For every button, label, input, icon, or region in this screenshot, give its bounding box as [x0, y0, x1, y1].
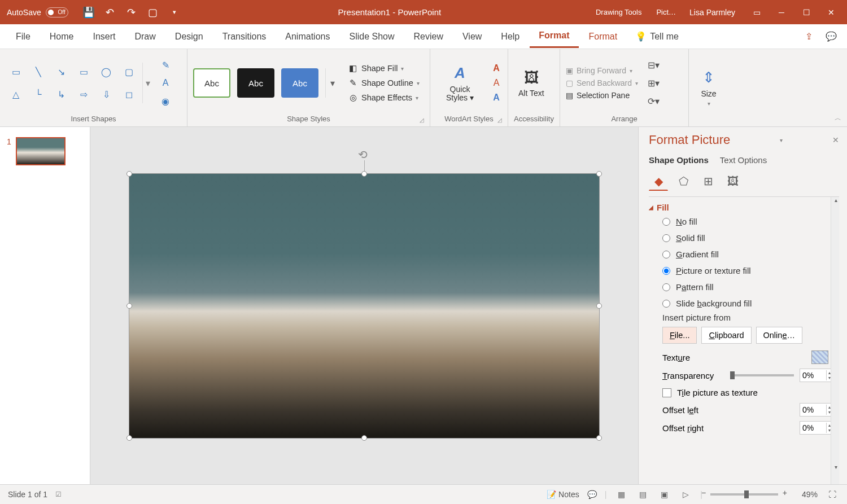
shape-down-arrow-icon[interactable]: ⇩ — [96, 84, 116, 104]
normal-view-icon[interactable]: ▦ — [614, 488, 628, 501]
quick-styles-button[interactable]: A Quick Styles ▾ — [436, 62, 484, 105]
shape-effects-button[interactable]: ◎Shape Effects ▾ — [348, 93, 420, 103]
resize-handle[interactable] — [361, 435, 367, 441]
dialog-launcher-icon[interactable]: ◿ — [420, 117, 424, 123]
comments-button[interactable]: 💬 — [587, 490, 597, 499]
shape-arrow-line-icon[interactable]: ↘ — [51, 62, 71, 82]
resize-handle[interactable] — [361, 171, 367, 177]
radio-picture-texture-fill[interactable]: Picture or texture fill — [662, 266, 839, 275]
ribbon-display-options-icon[interactable]: ▭ — [744, 0, 769, 24]
share-icon[interactable]: ⇪ — [800, 28, 818, 46]
merge-shapes-icon[interactable]: ◉ — [159, 95, 172, 107]
rotate-handle-icon[interactable]: ⟲ — [358, 148, 370, 160]
start-slideshow-icon[interactable]: ▢ — [147, 7, 159, 18]
shape-callout-icon[interactable]: ◻ — [119, 84, 139, 104]
radio-gradient-fill[interactable]: Gradient fill — [662, 249, 839, 259]
resize-handle[interactable] — [126, 171, 132, 177]
size-properties-icon[interactable]: ⊞ — [698, 172, 718, 191]
tab-design[interactable]: Design — [166, 26, 212, 47]
close-icon[interactable]: ✕ — [819, 0, 844, 24]
radio-slide-bg-fill[interactable]: Slide background fill — [662, 299, 839, 308]
text-effects-icon[interactable]: A — [491, 92, 502, 103]
resize-handle[interactable] — [596, 303, 602, 309]
shape-block-arrow-icon[interactable]: ⇨ — [73, 84, 94, 104]
shape-rectangle-icon[interactable]: ▭ — [73, 62, 94, 82]
comments-icon[interactable]: 💬 — [822, 28, 840, 46]
shape-line-icon[interactable]: ╲ — [28, 62, 49, 82]
maximize-icon[interactable]: ☐ — [794, 0, 819, 24]
minimize-icon[interactable]: ─ — [769, 0, 794, 24]
align-icon[interactable]: ⊟▾ — [647, 59, 660, 71]
shape-style-1[interactable]: Abc — [193, 68, 230, 98]
shape-styles-more-icon[interactable]: ▾ — [325, 68, 339, 98]
notes-button[interactable]: 📝 Notes — [547, 490, 579, 499]
online-button[interactable]: Online… — [756, 327, 802, 344]
radio-no-fill[interactable]: No fill — [662, 217, 839, 226]
group-icon[interactable]: ⊞▾ — [647, 77, 660, 89]
autosave-toggle[interactable]: Off — [46, 7, 68, 17]
text-options-tab[interactable]: Text Options — [720, 155, 767, 165]
text-box-icon[interactable]: A — [159, 77, 172, 89]
resize-handle[interactable] — [596, 171, 602, 177]
context-tab-picture[interactable]: Pict… — [652, 6, 680, 19]
tab-transitions[interactable]: Transitions — [213, 26, 276, 47]
context-tab-drawing[interactable]: Drawing Tools — [591, 6, 646, 19]
radio-pattern-fill[interactable]: Pattern fill — [662, 282, 839, 292]
rotate-icon[interactable]: ⟳▾ — [647, 95, 660, 107]
shape-elbow-arrow-icon[interactable]: ↳ — [51, 84, 71, 104]
shape-oval-icon[interactable]: ◯ — [96, 62, 116, 82]
tab-file[interactable]: File — [7, 26, 40, 47]
autosave-control[interactable]: AutoSave Off — [0, 7, 75, 17]
tab-view[interactable]: View — [453, 26, 491, 47]
selection-pane-button[interactable]: ▤Selection Pane — [566, 91, 638, 100]
tab-home[interactable]: Home — [41, 26, 83, 47]
tab-format-drawing[interactable]: Format — [530, 25, 578, 48]
shape-fill-button[interactable]: ◧Shape Fill ▾ — [348, 63, 420, 73]
fit-to-window-icon[interactable]: ⛶ — [826, 488, 839, 501]
transparency-slider[interactable] — [730, 374, 794, 376]
pane-close-icon[interactable]: ✕ — [832, 135, 839, 144]
fill-section-header[interactable]: ◢Fill — [649, 203, 839, 212]
save-icon[interactable]: 💾 — [83, 7, 94, 18]
effects-pentagon-icon[interactable]: ⬠ — [674, 172, 693, 191]
slide-sorter-icon[interactable]: ▤ — [636, 488, 649, 501]
slide-counter[interactable]: Slide 1 of 1 — [8, 490, 47, 499]
radio-solid-fill[interactable]: Solid fill — [662, 233, 839, 243]
pane-options-icon[interactable]: ▾ — [770, 137, 793, 143]
slide-thumbnail-1[interactable] — [16, 137, 66, 165]
reading-view-icon[interactable]: ▣ — [657, 488, 671, 501]
slide-canvas[interactable]: ⟲ — [90, 127, 638, 484]
bring-forward-button[interactable]: ▣Bring Forward ▾ — [566, 66, 638, 75]
shape-style-3[interactable]: Abc — [281, 68, 318, 98]
texture-picker[interactable] — [811, 350, 828, 364]
shapes-more-icon[interactable]: ▾ — [142, 63, 152, 103]
user-name[interactable]: Lisa Parmley — [686, 8, 739, 17]
fill-line-icon[interactable]: ◆ — [649, 172, 668, 191]
tab-animations[interactable]: Animations — [276, 26, 339, 47]
zoom-level[interactable]: 49% — [802, 490, 818, 499]
file-button[interactable]: File... — [662, 327, 697, 344]
collapse-ribbon-icon[interactable]: ︿ — [835, 113, 841, 123]
spell-check-icon[interactable]: ☑ — [55, 490, 62, 498]
tab-review[interactable]: Review — [405, 26, 452, 47]
redo-icon[interactable]: ↷ — [126, 7, 137, 18]
alt-text-button[interactable]: 🖼 Alt Text — [514, 65, 549, 100]
text-outline-icon[interactable]: A — [491, 77, 502, 89]
size-button[interactable]: ⇕ Size ▾ — [695, 65, 723, 109]
undo-icon[interactable]: ↶ — [104, 7, 116, 18]
scroll-down-icon[interactable]: ▾ — [831, 464, 839, 474]
tab-help[interactable]: Help — [492, 26, 529, 47]
zoom-slider[interactable] — [710, 493, 778, 496]
tab-insert[interactable]: Insert — [84, 26, 124, 47]
tile-checkbox[interactable] — [662, 388, 671, 397]
scroll-up-icon[interactable]: ▴ — [831, 197, 839, 207]
selected-picture[interactable]: ⟲ — [129, 173, 600, 439]
text-fill-icon[interactable]: A — [491, 63, 502, 74]
qat-customize-icon[interactable]: ▾ — [169, 7, 180, 18]
shapes-gallery[interactable]: ▭ ╲ ↘ ▭ ◯ ▢ △ └ ↳ ⇨ ⇩ ◻ — [6, 62, 139, 104]
send-backward-button[interactable]: ▢Send Backward ▾ — [566, 78, 638, 87]
tab-draw[interactable]: Draw — [125, 26, 164, 47]
shape-style-2[interactable]: Abc — [237, 68, 274, 98]
edit-shape-icon[interactable]: ✎ — [159, 59, 172, 71]
shape-outline-button[interactable]: ✎Shape Outline ▾ — [348, 78, 420, 88]
